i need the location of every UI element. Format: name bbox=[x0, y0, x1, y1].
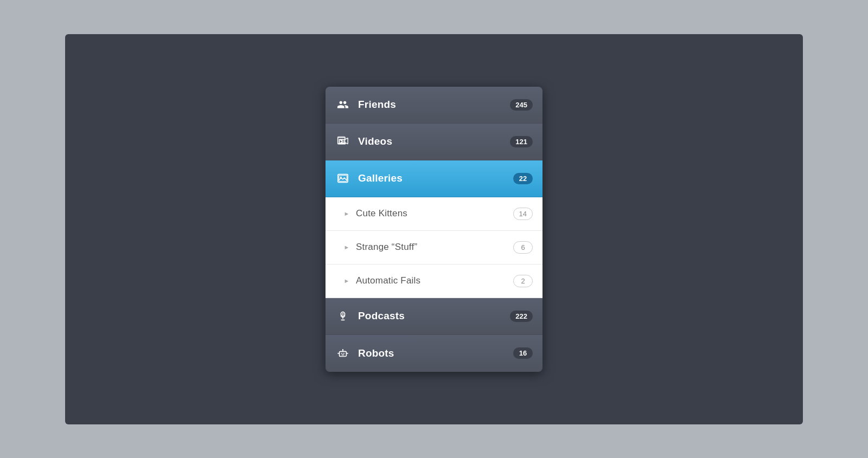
podcasts-label: Podcasts bbox=[358, 310, 510, 322]
galleries-icon bbox=[335, 171, 350, 186]
robots-badge: 16 bbox=[513, 347, 533, 359]
videos-icon bbox=[335, 134, 350, 149]
friends-label: Friends bbox=[358, 99, 510, 111]
menu-subitem-cute-kittens[interactable]: ► Cute Kittens 14 bbox=[326, 197, 542, 231]
menu-item-robots[interactable]: Robots 16 bbox=[326, 335, 542, 372]
robots-icon bbox=[335, 346, 350, 361]
menu-subitem-automatic-fails[interactable]: ► Automatic Fails 2 bbox=[326, 265, 542, 298]
strange-stuff-label: Strange “Stuff” bbox=[356, 242, 513, 253]
podcasts-icon bbox=[335, 308, 350, 324]
svg-rect-13 bbox=[343, 353, 344, 354]
galleries-label: Galleries bbox=[358, 172, 513, 184]
svg-rect-12 bbox=[341, 353, 342, 354]
chevron-icon-cute-kittens: ► bbox=[343, 210, 350, 217]
robots-label: Robots bbox=[358, 347, 513, 359]
cute-kittens-badge: 14 bbox=[513, 208, 533, 220]
friends-icon bbox=[335, 97, 350, 112]
automatic-fails-label: Automatic Fails bbox=[356, 275, 513, 286]
menu-item-podcasts[interactable]: Podcasts 222 bbox=[326, 298, 542, 335]
videos-label: Videos bbox=[358, 136, 510, 147]
menu-item-videos[interactable]: Videos 121 bbox=[326, 124, 542, 160]
chevron-icon-strange-stuff: ► bbox=[343, 243, 350, 251]
menu-subitem-strange-stuff[interactable]: ► Strange “Stuff” 6 bbox=[326, 231, 542, 265]
background: Friends 245 Videos 121 bbox=[65, 34, 803, 424]
podcasts-badge: 222 bbox=[510, 311, 533, 322]
svg-point-16 bbox=[342, 349, 343, 350]
strange-stuff-badge: 6 bbox=[513, 241, 533, 254]
menu-item-galleries[interactable]: Galleries 22 bbox=[326, 160, 542, 197]
menu-item-friends[interactable]: Friends 245 bbox=[326, 87, 542, 124]
automatic-fails-badge: 2 bbox=[513, 275, 533, 287]
videos-badge: 121 bbox=[510, 136, 533, 147]
friends-badge: 245 bbox=[510, 99, 533, 111]
galleries-badge: 22 bbox=[513, 173, 533, 184]
cute-kittens-label: Cute Kittens bbox=[356, 208, 513, 219]
menu-panel: Friends 245 Videos 121 bbox=[326, 87, 542, 372]
chevron-icon-automatic-fails: ► bbox=[343, 277, 350, 285]
svg-line-1 bbox=[345, 138, 348, 140]
svg-point-10 bbox=[342, 313, 344, 315]
svg-rect-11 bbox=[340, 351, 347, 356]
